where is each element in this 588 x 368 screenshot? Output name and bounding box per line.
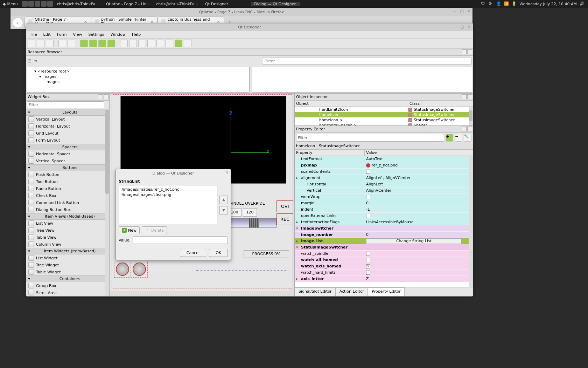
move-up-button[interactable]: ▲ (219, 196, 228, 204)
launcher-icon[interactable] (22, 1, 28, 7)
widget-item[interactable]: Group Box (26, 282, 109, 289)
widget-item[interactable]: Column View (26, 241, 109, 248)
tool-button[interactable] (89, 40, 97, 47)
launcher-icon[interactable] (41, 1, 47, 7)
widget-item[interactable]: List Widget (26, 254, 109, 261)
object-row[interactable]: hardLimit2IconStatusImageSwitcher (295, 107, 473, 112)
widget-item[interactable]: Tool Button (26, 178, 109, 185)
tool-button[interactable] (166, 40, 173, 47)
checkbox[interactable] (366, 264, 370, 268)
property-row[interactable]: wordWrap (295, 194, 473, 200)
widget-item[interactable]: Command Link Button (26, 199, 109, 206)
task-button[interactable]: Qt Designer (202, 2, 251, 6)
property-row[interactable]: openExternalLinks (295, 213, 473, 219)
column-header[interactable]: Object (295, 101, 408, 107)
object-row[interactable]: homeIcon_xStatusImageSwitcher (295, 117, 473, 123)
menu-window[interactable]: Window (108, 32, 128, 38)
menu-file[interactable]: File (28, 32, 40, 38)
property-row[interactable]: indent-1 (295, 206, 473, 213)
dock-float-icon[interactable] (462, 94, 467, 99)
column-header[interactable]: Value (365, 150, 378, 156)
widget-filter-input[interactable] (27, 101, 104, 108)
property-row[interactable]: margin0 (295, 200, 473, 206)
dock-close-icon[interactable] (467, 127, 472, 131)
checkbox[interactable] (366, 195, 370, 199)
scrollbar[interactable] (469, 107, 473, 125)
dock-float-icon[interactable] (462, 127, 467, 131)
shield-icon[interactable]: 🛡 (481, 1, 486, 6)
resource-filter-input[interactable] (263, 57, 471, 65)
column-header[interactable]: Property (295, 150, 365, 156)
tool-button[interactable] (107, 40, 115, 47)
tool-button[interactable] (156, 40, 164, 47)
tool-button[interactable] (46, 40, 54, 47)
widget-group-header[interactable]: ▾Spacers (26, 144, 109, 150)
launcher-icon[interactable] (35, 1, 40, 7)
tool-button[interactable] (80, 40, 88, 47)
add-property-button[interactable]: + (446, 134, 453, 142)
tool-button[interactable] (175, 40, 182, 47)
widget-item[interactable]: Tree View (26, 227, 109, 234)
property-row[interactable]: scaledContents (295, 169, 473, 175)
widget-group-header[interactable]: ▾Buttons (26, 164, 109, 171)
property-row[interactable]: ▾ImageSwitcher (295, 225, 473, 232)
menu-edit[interactable]: Edit (40, 32, 53, 38)
os-menu-button[interactable]: ◆ Menu (0, 2, 21, 6)
widget-item[interactable]: Dialog Button Box (26, 206, 109, 213)
object-row[interactable]: horizontalSpacer_5Spacer (295, 123, 473, 125)
checkbox[interactable] (366, 170, 370, 174)
property-row[interactable]: watch_spindle (295, 251, 473, 257)
ok-button[interactable]: OK (209, 249, 228, 257)
dock-close-icon[interactable] (467, 94, 472, 99)
property-row[interactable]: image_number0 (295, 232, 473, 238)
tree-node[interactable]: ▾ <resource root> (29, 69, 247, 74)
value-input[interactable] (133, 236, 228, 244)
list-item[interactable]: :/images/images/clear.png (120, 192, 216, 197)
user-icon[interactable]: 👤 (496, 1, 501, 6)
maximize-icon[interactable]: ▢ (460, 25, 464, 29)
widget-group-header[interactable]: ▾Item Views (Model-Based) (26, 213, 109, 220)
maximize-icon[interactable]: ▢ (460, 9, 463, 14)
widget-item[interactable]: Check Box (26, 192, 109, 199)
widget-item[interactable]: Tree Widget (26, 261, 109, 268)
property-row[interactable]: ▾StatusImageSwitcher (295, 244, 473, 251)
property-row[interactable]: ▸image_listChange String List… (295, 238, 473, 244)
tool-button[interactable] (147, 40, 155, 47)
property-row[interactable]: pixmapref_z_not.png (295, 162, 473, 169)
resource-tree[interactable]: ▾ <resource root> ▾ images images (27, 67, 250, 93)
status-image-switcher[interactable] (131, 261, 148, 278)
tree-node[interactable]: ▾ images (29, 74, 247, 79)
object-row[interactable]: homeIconStatusImageSwitcher (295, 112, 473, 117)
tool-button[interactable] (37, 40, 44, 47)
dialog-close-icon[interactable]: ✕ (225, 170, 229, 175)
menu-settings[interactable]: Settings (86, 32, 107, 38)
widget-item[interactable]: Form Layout (26, 137, 109, 144)
tool-button[interactable] (138, 40, 146, 47)
checkbox[interactable] (366, 271, 370, 275)
widget-item[interactable]: Radio Button (26, 185, 109, 192)
bottom-tab[interactable]: Action Editor (336, 287, 368, 296)
widget-item[interactable]: Scroll Area (26, 289, 109, 296)
minimize-icon[interactable]: — (453, 9, 456, 14)
close-icon[interactable]: ✕ (467, 9, 470, 14)
property-filter-input[interactable] (296, 134, 444, 142)
column-header[interactable]: Class (408, 101, 421, 107)
wifi-icon[interactable]: 📶 (504, 1, 509, 6)
updates-icon[interactable]: ⟳ (489, 1, 493, 6)
property-row[interactable]: ▸axis_letterZ (295, 276, 473, 282)
minimize-icon[interactable]: — (453, 25, 457, 29)
widget-group-header[interactable]: ▾Containers (26, 275, 109, 282)
task-button[interactable]: chris@chris-ThinkPa... (54, 2, 103, 6)
widget-item[interactable]: Horizontal Spacer (26, 150, 109, 157)
configure-button[interactable]: 🔧 (464, 134, 471, 142)
firefox-back-button[interactable]: ← (13, 18, 23, 28)
dock-float-icon[interactable] (98, 94, 103, 99)
menu-help[interactable]: Help (129, 32, 144, 38)
edit-resources-icon[interactable]: ☰ (28, 59, 31, 63)
menu-form[interactable]: Form (54, 32, 70, 38)
new-item-button[interactable]: +New (119, 226, 140, 234)
tool-button[interactable] (68, 40, 75, 47)
task-button[interactable]: chris@chris-ThinkPa... (153, 2, 202, 6)
checkbox[interactable] (366, 252, 370, 256)
scrollbar[interactable] (110, 291, 294, 296)
